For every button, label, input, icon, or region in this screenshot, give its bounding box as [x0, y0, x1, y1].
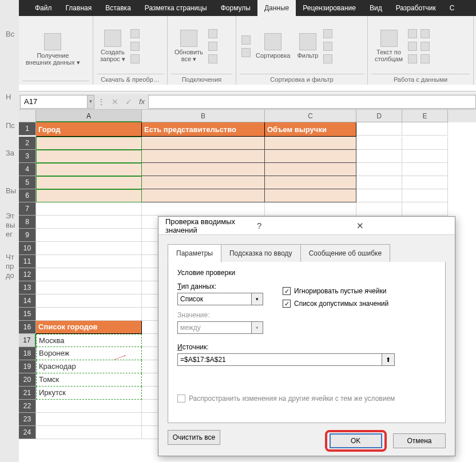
cell[interactable] [142, 202, 265, 216]
cell[interactable] [36, 294, 142, 308]
dialog-close-icon[interactable]: ✕ [356, 221, 448, 231]
row-header[interactable]: 18 [19, 347, 36, 360]
cell[interactable]: Есть представительство [142, 122, 265, 137]
cell[interactable] [402, 122, 448, 136]
advanced-filter-icon[interactable] [323, 54, 332, 63]
cell[interactable] [36, 413, 142, 426]
cell[interactable] [36, 268, 142, 281]
cell[interactable] [36, 255, 142, 268]
from-table-icon[interactable] [130, 42, 140, 51]
tab-file[interactable]: Файл [28, 0, 59, 16]
row-header[interactable]: 14 [19, 294, 36, 308]
cell[interactable] [402, 189, 448, 202]
cell[interactable]: Список городов [36, 321, 142, 334]
sort-za-icon[interactable] [241, 48, 251, 57]
row-header[interactable]: 1 [19, 122, 36, 136]
cell[interactable] [402, 176, 448, 189]
name-box-dropdown[interactable]: ▼ [88, 95, 94, 109]
row-header[interactable]: 8 [19, 216, 36, 229]
cell[interactable] [36, 216, 142, 229]
cancel-button[interactable]: Отмена [393, 433, 446, 448]
cell[interactable] [265, 176, 356, 189]
cell[interactable] [265, 189, 356, 202]
formula-input[interactable] [148, 95, 476, 109]
cell[interactable] [36, 400, 142, 413]
cell[interactable] [36, 281, 142, 294]
cell[interactable] [142, 176, 265, 189]
cell[interactable] [402, 163, 448, 176]
chevron-down-icon[interactable]: ▾ [252, 293, 263, 305]
row-header[interactable]: 11 [19, 255, 36, 268]
col-header-B[interactable]: B [142, 110, 265, 122]
tab-formulas[interactable]: Формулы [214, 0, 257, 16]
cell[interactable]: Объем выручки [265, 122, 356, 137]
cell[interactable] [356, 202, 402, 216]
tab-pagelayout[interactable]: Разметка страницы [138, 0, 214, 16]
row-header[interactable]: 22 [19, 400, 36, 413]
dialog-tab-input-msg[interactable]: Подсказка по вводу [221, 244, 301, 262]
data-validation-icon[interactable] [408, 54, 417, 63]
ignore-blank-checkbox[interactable]: ✓Игнорировать пустые ячейки [283, 287, 388, 295]
name-box[interactable]: A17 [20, 95, 88, 109]
relationships-icon[interactable] [421, 42, 430, 51]
clear-all-button[interactable]: Очистить все [168, 430, 220, 445]
connections-icon[interactable] [208, 29, 217, 38]
cell[interactable] [356, 137, 402, 150]
sort-az-icon[interactable] [241, 35, 251, 45]
cell[interactable] [356, 150, 402, 163]
clear-filter-icon[interactable] [323, 29, 332, 38]
cell[interactable]: Город [36, 122, 142, 137]
cell[interactable] [142, 163, 265, 176]
row-header[interactable]: 12 [19, 268, 36, 281]
row-header[interactable]: 17 [19, 334, 36, 347]
tab-home[interactable]: Главная [59, 0, 99, 16]
show-queries-icon[interactable] [130, 29, 140, 38]
in-cell-dropdown-checkbox[interactable]: ✓Список допустимых значений [283, 300, 388, 308]
col-header-A[interactable]: A [36, 110, 142, 122]
tab-more[interactable]: С [443, 0, 462, 16]
properties-icon[interactable] [208, 42, 217, 51]
cell[interactable] [36, 189, 142, 202]
cell[interactable] [36, 202, 142, 216]
fx-icon[interactable]: fx [136, 97, 148, 106]
row-header[interactable]: 21 [19, 387, 36, 400]
row-header[interactable]: 16 [19, 321, 36, 334]
enter-formula-icon[interactable]: ✓ [122, 97, 136, 106]
cell[interactable] [356, 176, 402, 189]
cell[interactable] [265, 150, 356, 163]
cell[interactable] [36, 137, 142, 150]
cell[interactable] [36, 242, 142, 255]
cell[interactable] [142, 150, 265, 163]
btn-sort[interactable]: Сортировка [252, 31, 293, 61]
cell[interactable] [402, 202, 448, 216]
tab-developer[interactable]: Разработчик [389, 0, 443, 16]
row-header[interactable]: 6 [19, 189, 36, 202]
btn-filter[interactable]: Фильтр [293, 31, 322, 61]
edit-links-icon[interactable] [208, 54, 217, 63]
row-header[interactable]: 24 [19, 426, 36, 439]
cell[interactable]: Томск [36, 373, 142, 387]
remove-dup-icon[interactable] [408, 42, 417, 51]
row-header[interactable]: 20 [19, 373, 36, 387]
reapply-icon[interactable] [323, 42, 332, 51]
data-type-input[interactable] [177, 293, 252, 305]
ok-button[interactable]: OK [330, 433, 382, 448]
cell[interactable] [265, 202, 356, 216]
row-header[interactable]: 13 [19, 281, 36, 294]
cell[interactable] [36, 163, 142, 176]
row-header[interactable]: 2 [19, 137, 36, 150]
cell[interactable] [356, 122, 402, 136]
tab-review[interactable]: Рецензирование [296, 0, 363, 16]
cell[interactable] [356, 189, 402, 202]
row-header[interactable]: 10 [19, 242, 36, 255]
source-input[interactable] [177, 353, 382, 366]
dialog-tab-error-msg[interactable]: Сообщение об ошибке [300, 244, 390, 262]
dialog-tab-params[interactable]: Параметры [168, 244, 221, 262]
cell[interactable] [142, 189, 265, 202]
cell[interactable] [402, 150, 448, 163]
cell[interactable] [36, 176, 142, 189]
cell[interactable] [36, 150, 142, 163]
row-header[interactable]: 19 [19, 360, 36, 373]
row-header[interactable]: 3 [19, 150, 36, 163]
cell[interactable] [36, 308, 142, 321]
